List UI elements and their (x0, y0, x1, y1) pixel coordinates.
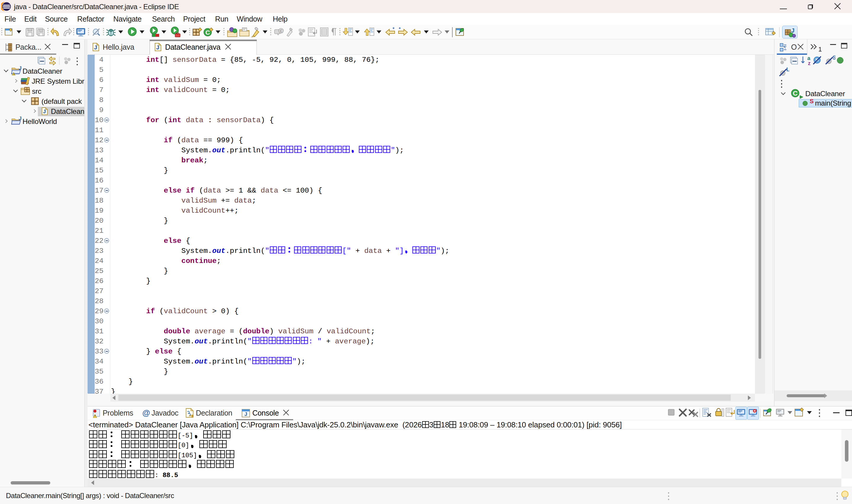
svg-text:J: J (43, 109, 46, 114)
svg-text:J: J (94, 44, 97, 51)
svg-text:S: S (833, 55, 835, 61)
svg-text:C: C (280, 29, 283, 33)
svg-text:*: * (399, 27, 401, 32)
svg-text:1: 1 (818, 46, 822, 52)
svg-text:J: J (156, 44, 160, 51)
svg-text:J: J (19, 116, 22, 121)
svg-text:C: C (205, 29, 210, 36)
svg-text:L: L (786, 67, 789, 72)
svg-text:z: z (808, 60, 811, 66)
svg-text:*: * (393, 27, 395, 32)
svg-text:J: J (244, 411, 247, 417)
svg-text:C: C (793, 90, 798, 97)
svg-text:J: J (19, 66, 22, 71)
